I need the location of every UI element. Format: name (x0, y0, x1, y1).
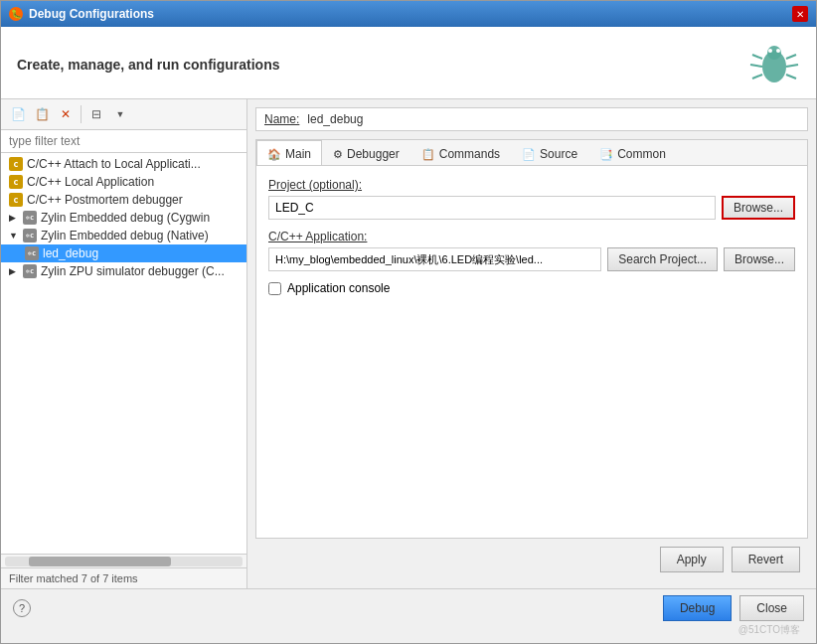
window-body: 📄 📋 ✕ ⊟ ▼ c C/C++ Attach to Local Applic… (1, 99, 816, 588)
tree-area: c C/C++ Attach to Local Applicati... c C… (1, 153, 246, 554)
window-icon: 🐛 (9, 7, 23, 21)
tree-item-cpp-local[interactable]: c C/C++ Local Application (1, 173, 246, 191)
toggle-icon: ▼ (9, 231, 19, 241)
project-browse-button[interactable]: Browse... (722, 196, 795, 220)
watermark: @51CTO博客 (0, 623, 808, 639)
common-tab-icon: 📑 (599, 148, 613, 161)
revert-button[interactable]: Revert (732, 547, 800, 572)
window-header: Create, manage, and run configurations (1, 27, 816, 99)
tab-debugger[interactable]: ⚙ Debugger (322, 142, 410, 165)
commands-tab-icon: 📋 (421, 148, 435, 161)
debugger-tab-icon: ⚙ (333, 148, 343, 161)
tree-item-label: C/C++ Postmortem debugger (27, 193, 183, 207)
zylin-native-icon: ✲c (23, 229, 37, 242)
tree-item-led-debug[interactable]: ✲c led_debug (1, 244, 246, 262)
cpp-postmortem-icon: c (9, 193, 23, 207)
sidebar: 📄 📋 ✕ ⊟ ▼ c C/C++ Attach to Local Applic… (1, 99, 247, 588)
toolbar-separator (81, 105, 82, 123)
close-button[interactable]: Close (739, 595, 804, 621)
copy-config-button[interactable]: 📋 (31, 103, 53, 125)
tree-item-label: Zylin Embedded debug (Cygwin (41, 211, 210, 225)
app-browse-button[interactable]: Browse... (724, 247, 795, 271)
name-value: led_debug (307, 112, 799, 126)
tab-debugger-label: Debugger (347, 147, 400, 161)
tab-common[interactable]: 📑 Common (588, 142, 677, 165)
svg-line-4 (750, 65, 762, 67)
app-console-label: Application console (287, 281, 390, 295)
app-input-row: Search Project... Browse... (268, 247, 795, 271)
name-row: Name: led_debug (255, 107, 808, 131)
title-bar: 🐛 Debug Configurations ✕ (1, 1, 816, 27)
filter-input[interactable] (1, 130, 246, 153)
project-input-row: Browse... (268, 196, 795, 220)
tab-content-main: Project (optional): Browse... C/C++ Appl… (256, 166, 807, 538)
window-close-button[interactable]: ✕ (792, 6, 808, 22)
app-label: C/C++ Application: (268, 230, 795, 243)
tab-main-label: Main (285, 147, 311, 161)
tab-source-label: Source (540, 147, 577, 161)
tabs-panel: 🏠 Main ⚙ Debugger 📋 Commands 📄 Source (255, 139, 808, 539)
svg-line-3 (786, 55, 796, 59)
project-label: Project (optional): (268, 178, 795, 192)
svg-point-8 (768, 49, 772, 53)
svg-line-6 (752, 75, 762, 79)
horizontal-scrollbar[interactable] (1, 554, 246, 567)
tree-item-label: Zylin Embedded debug (Native) (41, 229, 209, 242)
collapse-all-button[interactable]: ⊟ (85, 103, 107, 125)
window-footer: ? Debug Close (1, 588, 816, 627)
svg-line-2 (752, 55, 762, 59)
header-title: Create, manage, and run configurations (17, 57, 280, 73)
tab-commands[interactable]: 📋 Commands (410, 142, 511, 165)
svg-point-9 (776, 49, 780, 53)
main-panel: Name: led_debug 🏠 Main ⚙ Debugger 📋 (247, 99, 816, 588)
tabs-header: 🏠 Main ⚙ Debugger 📋 Commands 📄 Source (256, 140, 807, 166)
filter-status: Filter matched 7 of 7 items (1, 567, 246, 588)
app-input[interactable] (268, 247, 601, 271)
main-tab-icon: 🏠 (267, 148, 281, 161)
zylin-cygwin-icon: ✲c (23, 211, 37, 225)
delete-config-button[interactable]: ✕ (55, 103, 77, 125)
search-project-button[interactable]: Search Project... (607, 247, 718, 271)
tree-item-label: C/C++ Local Application (27, 175, 154, 189)
tree-item-zylin-zpu[interactable]: ▶ ✲c Zylin ZPU simulator debugger (C... (1, 262, 246, 280)
cpp-local-icon: c (9, 175, 23, 189)
sidebar-toolbar: 📄 📋 ✕ ⊟ ▼ (1, 99, 246, 130)
tree-item-label: led_debug (43, 246, 98, 260)
toggle-icon: ▶ (9, 213, 19, 223)
cpp-attach-icon: c (9, 157, 23, 171)
app-field-row: C/C++ Application: Search Project... Bro… (268, 230, 795, 271)
scrollbar-thumb (29, 557, 171, 566)
source-tab-icon: 📄 (522, 148, 536, 161)
debug-configurations-window: 🐛 Debug Configurations ✕ Create, manage,… (0, 0, 817, 644)
project-field-row: Project (optional): Browse... (268, 178, 795, 220)
svg-point-1 (767, 46, 781, 60)
app-console-checkbox[interactable] (268, 282, 281, 295)
help-button[interactable]: ? (13, 599, 31, 617)
debug-button[interactable]: Debug (663, 595, 732, 621)
tree-item-label: Zylin ZPU simulator debugger (C... (41, 264, 225, 278)
tab-commands-label: Commands (439, 147, 500, 161)
svg-line-5 (786, 65, 798, 67)
name-label: Name: (264, 112, 299, 126)
led-debug-icon: ✲c (25, 246, 39, 260)
toggle-icon: ▶ (9, 266, 19, 276)
tree-item-zylin-cygwin[interactable]: ▶ ✲c Zylin Embedded debug (Cygwin (1, 209, 246, 227)
apply-button[interactable]: Apply (660, 547, 724, 572)
tree-item-cpp-postmortem[interactable]: c C/C++ Postmortem debugger (1, 191, 246, 209)
zylin-zpu-icon: ✲c (23, 264, 37, 278)
tab-common-label: Common (617, 147, 666, 161)
scrollbar-track (5, 557, 243, 566)
expand-button[interactable]: ▼ (109, 103, 131, 125)
bottom-buttons: Apply Revert (255, 539, 808, 580)
tree-item-zylin-native[interactable]: ▼ ✲c Zylin Embedded debug (Native) (1, 227, 246, 244)
tree-item-label: C/C++ Attach to Local Applicati... (27, 157, 201, 171)
new-config-button[interactable]: 📄 (7, 103, 29, 125)
tab-main[interactable]: 🏠 Main (256, 140, 322, 165)
tab-source[interactable]: 📄 Source (511, 142, 588, 165)
bug-icon (748, 39, 800, 90)
project-input[interactable] (268, 196, 716, 220)
checkbox-row: Application console (268, 281, 795, 295)
window-title: Debug Configurations (29, 7, 154, 21)
tree-item-cpp-attach[interactable]: c C/C++ Attach to Local Applicati... (1, 155, 246, 173)
svg-line-7 (786, 75, 796, 79)
